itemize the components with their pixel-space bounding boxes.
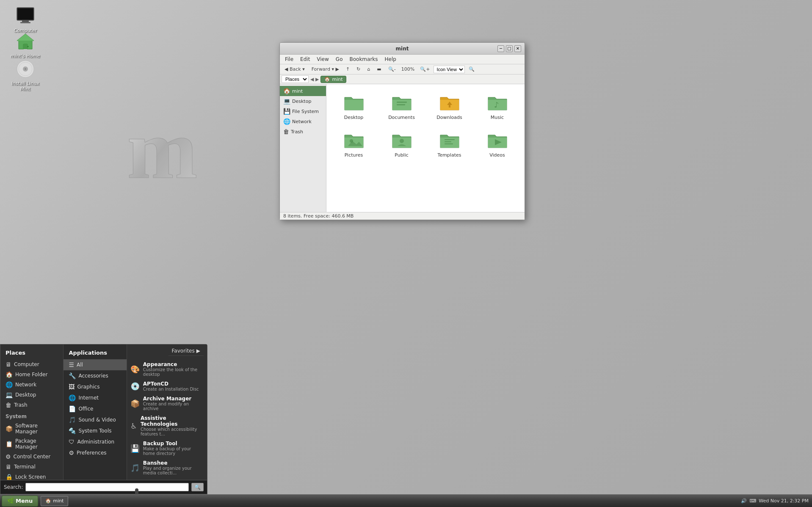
svg-point-19 xyxy=(400,139,404,143)
search-input[interactable] xyxy=(25,483,189,491)
places-selector[interactable]: Places xyxy=(282,75,309,83)
app-item-banshee[interactable]: 🎵 Banshee Play and organize your media c… xyxy=(127,458,207,477)
sidebar-item-desktop[interactable]: 💻 Desktop xyxy=(280,96,326,106)
sidebar-item-filesystem[interactable]: 💾 File System xyxy=(280,106,326,116)
search-button[interactable]: 🔍 xyxy=(191,483,204,491)
sidebar-item-network[interactable]: 🌐 Network xyxy=(280,116,326,127)
app-cat-system-tools[interactable]: 🔩 System Tools xyxy=(64,425,126,436)
zoom-out[interactable]: 🔍- xyxy=(385,65,399,73)
svg-point-7 xyxy=(28,46,29,47)
menu-file[interactable]: File xyxy=(282,55,297,63)
zoom-in[interactable]: 🔍+ xyxy=(417,65,433,73)
places-title: Places xyxy=(0,348,63,359)
app-cat-office[interactable]: 📄 Office xyxy=(64,403,126,414)
menu-view[interactable]: View xyxy=(313,55,332,63)
aptoncd-app-icon: 💿 xyxy=(130,382,140,391)
svg-text:♪: ♪ xyxy=(494,100,499,109)
desktop-icon-install[interactable]: Install Linux Mint xyxy=(8,57,42,94)
app-cat-all[interactable]: ☰ All xyxy=(64,359,126,370)
menu-bookmarks[interactable]: Bookmarks xyxy=(346,55,381,63)
zoom-level: 100% xyxy=(400,66,416,72)
file-music[interactable]: ♪ Music xyxy=(475,89,519,124)
places-item-desktop[interactable]: 💻 Desktop xyxy=(0,390,63,400)
view-toggle[interactable]: ▬ xyxy=(374,65,384,73)
home-button[interactable]: ⌂ xyxy=(364,65,373,73)
assistive-app-name: Assistive Technologies xyxy=(141,415,204,427)
sidebar-home-icon: 🏠 xyxy=(283,88,290,94)
app-cat-internet-label: Internet xyxy=(78,395,99,401)
file-documents[interactable]: Documents xyxy=(379,89,424,124)
menu-help[interactable]: Help xyxy=(381,55,400,63)
home-icon xyxy=(15,31,36,52)
places-terminal-label: Terminal xyxy=(14,464,36,470)
places-item-trash[interactable]: 🗑 Trash xyxy=(0,400,63,410)
app-item-assistive[interactable]: ♿ Assistive Technologies Choose which ac… xyxy=(127,413,207,438)
file-documents-name: Documents xyxy=(388,115,415,120)
banshee-app-icon: 🎵 xyxy=(130,463,140,472)
app-cat-accessories[interactable]: 🔧 Accessories xyxy=(64,370,126,381)
app-item-backup[interactable]: 💾 Backup Tool Make a backup of your home… xyxy=(127,438,207,458)
app-cat-administration[interactable]: 🛡 Administration xyxy=(64,436,126,447)
up-button[interactable]: ↑ xyxy=(343,65,353,73)
places-panel: Places 🖥 Computer 🏠 Home Folder 🌐 Networ… xyxy=(0,344,64,480)
app-item-aptoncd[interactable]: 💿 APTonCD Create an Installation Disc xyxy=(127,379,207,394)
sidebar-trash-icon: 🗑 xyxy=(283,128,289,135)
sidebar-item-trash[interactable]: 🗑 Trash xyxy=(280,127,326,137)
file-manager-statusbar: 8 items. Free space: 460.6 MB xyxy=(280,212,525,220)
app-item-appearance[interactable]: 🎨 Appearance Customize the look of the d… xyxy=(127,359,207,379)
file-public-name: Public xyxy=(395,152,409,158)
places-item-control[interactable]: ⚙ Control Center xyxy=(0,452,63,462)
start-button[interactable]: 🌿 Menu xyxy=(2,496,38,507)
places-home-label: Home Folder xyxy=(15,372,47,377)
close-button[interactable]: ✕ xyxy=(514,45,521,52)
file-downloads[interactable]: Downloads xyxy=(427,89,472,124)
minimize-button[interactable]: ─ xyxy=(497,45,504,52)
file-desktop[interactable]: Desktop xyxy=(331,89,376,124)
places-item-home[interactable]: 🏠 Home Folder xyxy=(0,369,63,380)
app-cat-preferences[interactable]: ⚙ Preferences xyxy=(64,447,126,458)
taskbar-window-icon: 🏠 xyxy=(45,498,51,504)
taskbar-window-button[interactable]: 🏠 mint xyxy=(41,496,68,506)
file-public[interactable]: Public xyxy=(379,127,424,161)
view-selector[interactable]: Icon View List View xyxy=(434,66,465,73)
menu-go[interactable]: Go xyxy=(332,55,346,63)
app-cat-sound-video[interactable]: 🎵 Sound & Video xyxy=(64,414,126,425)
places-item-network[interactable]: 🌐 Network xyxy=(0,380,63,390)
app-cat-internet[interactable]: 🌐 Internet xyxy=(64,392,126,403)
file-manager-title: mint xyxy=(283,46,521,52)
places-item-terminal[interactable]: 🖥 Terminal xyxy=(0,462,63,472)
file-manager-sidebar: 🏠 mint 💻 Desktop 💾 File System 🌐 Network… xyxy=(280,84,326,212)
path-button[interactable]: 🏠 mint xyxy=(320,76,346,83)
app-item-archive[interactable]: 📦 Archive Manager Create and modify an a… xyxy=(127,394,207,413)
sidebar-network-icon: 🌐 xyxy=(283,118,290,125)
places-item-package[interactable]: 📋 Package Manager xyxy=(0,436,63,452)
back-button[interactable]: ◀ Back ▾ xyxy=(282,65,308,73)
svg-text:m: m xyxy=(127,102,198,196)
folder-templates-icon xyxy=(439,130,460,151)
file-pictures[interactable]: Pictures xyxy=(331,127,376,161)
sidebar-item-mint[interactable]: 🏠 mint xyxy=(280,86,326,96)
places-trash-label: Trash xyxy=(14,402,28,408)
reload-button[interactable]: ↻ xyxy=(354,65,363,73)
places-item-computer[interactable]: 🖥 Computer xyxy=(0,359,63,369)
volume-icon[interactable]: 🔊 xyxy=(741,498,747,504)
folder-pictures-icon xyxy=(344,130,364,151)
internet-cat-icon: 🌐 xyxy=(69,394,76,401)
mint-logo: m xyxy=(119,85,267,213)
file-templates[interactable]: Templates xyxy=(427,127,472,161)
app-cat-all-label: All xyxy=(77,362,83,368)
backup-app-desc: Make a backup of your home directory xyxy=(143,446,204,456)
search-button[interactable]: 🔍 xyxy=(466,65,478,73)
sound-video-cat-icon: 🎵 xyxy=(69,416,76,423)
app-cat-system-tools-label: System Tools xyxy=(78,428,111,434)
menu-edit[interactable]: Edit xyxy=(297,55,313,63)
forward-button[interactable]: Forward ▾ ▶ xyxy=(309,65,342,73)
maximize-button[interactable]: □ xyxy=(506,45,513,52)
sidebar-mint-label: mint xyxy=(292,88,303,94)
places-item-software[interactable]: 📦 Software Manager xyxy=(0,421,63,436)
accessories-cat-icon: 🔧 xyxy=(69,372,76,379)
favorites-button[interactable]: Favorites ▶ xyxy=(168,346,204,356)
desktop-icon-home[interactable]: mint's Home xyxy=(8,30,42,61)
file-videos[interactable]: Videos xyxy=(475,127,519,161)
app-cat-graphics[interactable]: 🖼 Graphics xyxy=(64,381,126,392)
